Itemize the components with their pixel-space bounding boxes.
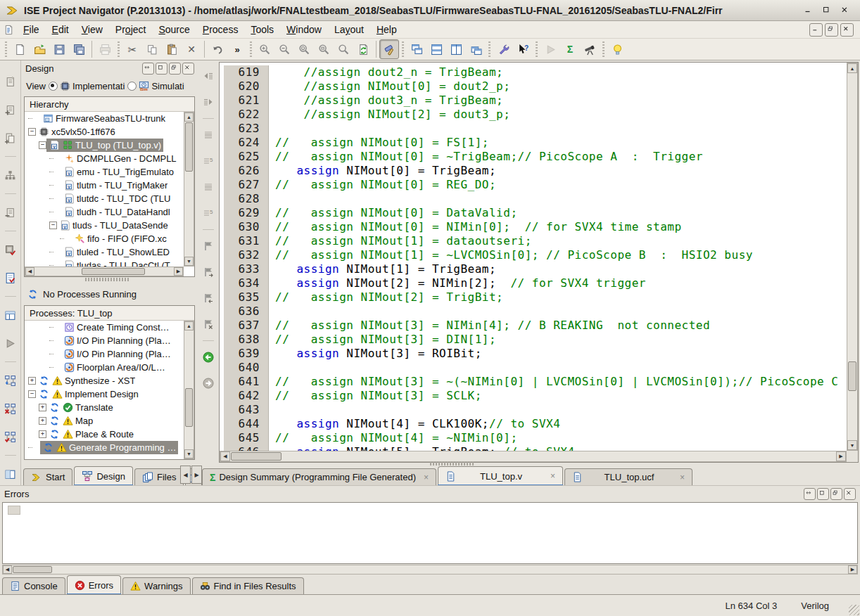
partition-button[interactable] <box>1 165 20 185</box>
tab-errors[interactable]: Errors <box>67 575 121 594</box>
resize-grip[interactable] <box>849 605 859 615</box>
expand-icon[interactable]: + <box>39 430 46 438</box>
scroll-down-icon[interactable]: ▼ <box>847 440 857 450</box>
menu-layout[interactable]: Layout <box>328 23 370 37</box>
menu-view[interactable]: View <box>75 23 109 37</box>
hierarchy-horizontal-scrollbar[interactable]: ◀ ▶ <box>25 267 184 276</box>
tab-start[interactable]: Start <box>23 468 72 485</box>
panel-maximize-button[interactable] <box>817 488 829 500</box>
scroll-down-icon[interactable]: ▼ <box>184 449 194 458</box>
tree-item-translate[interactable]: +Translate <box>25 401 184 414</box>
expand-icon[interactable]: + <box>39 417 46 425</box>
collapse-icon[interactable]: − <box>49 222 57 229</box>
code-view[interactable]: 619 //assign dout2_n = TrigBeam;620 //as… <box>224 63 847 451</box>
lines-button[interactable] <box>198 125 218 145</box>
code-editor[interactable]: 619 //assign dout2_n = TrigBeam;620 //as… <box>219 62 859 463</box>
errors-content[interactable] <box>2 502 858 564</box>
tree-item-tlutdc[interactable]: vtlutdc - TLU_TDC (TLU <box>25 192 184 205</box>
scrollbar-thumb[interactable] <box>185 122 193 172</box>
unindent-button[interactable] <box>198 66 218 86</box>
forward-button[interactable] <box>198 373 218 393</box>
code-line[interactable]: 636 <box>224 304 847 319</box>
telescope-button[interactable] <box>580 39 600 59</box>
code-line[interactable]: 627// assign NIMout[0] = REG_DO; <box>224 178 847 192</box>
processes-vertical-scrollbar[interactable]: ▲ ▼ <box>184 321 194 459</box>
undo-button[interactable] <box>208 39 227 59</box>
scroll-right-icon[interactable]: ▶ <box>836 451 846 461</box>
code-line[interactable]: 638// assign NIMout[3] = DIN[1]; <box>224 333 847 347</box>
menu-process[interactable]: Process <box>196 23 245 37</box>
play-button[interactable] <box>1 333 20 353</box>
zoom-in-button[interactable] <box>255 39 274 59</box>
panel-restore-button[interactable] <box>830 488 842 500</box>
expand-icon[interactable]: + <box>39 404 46 411</box>
view-option-implementati[interactable]: Implementati <box>49 81 125 91</box>
tree-item-create[interactable]: Create Timing Const… <box>25 321 184 334</box>
scrollbar-thumb[interactable] <box>231 452 282 461</box>
win-minimize-button[interactable] <box>799 3 818 18</box>
panel-float-button[interactable] <box>804 488 816 500</box>
print-button[interactable] <box>95 39 115 59</box>
tab-files[interactable]: Files <box>134 468 184 485</box>
zoom-box-button[interactable] <box>314 39 334 59</box>
delete-button[interactable]: ✕ <box>182 39 201 59</box>
lines-button[interactable] <box>198 177 218 197</box>
menu-help[interactable]: Help <box>370 23 403 37</box>
radio-on-icon[interactable] <box>49 82 58 91</box>
scroll-left-icon[interactable]: ◀ <box>25 267 34 276</box>
menu-file[interactable]: File <box>17 23 46 37</box>
code-line[interactable]: 620 //assign NIMout[0] = dout2_p; <box>224 79 847 94</box>
tab-warnings[interactable]: Warnings <box>122 577 190 594</box>
tree-item-floorplan[interactable]: Floorplan Area/IO/L… <box>25 361 184 374</box>
code-line[interactable]: 640 <box>224 361 847 375</box>
code-line[interactable]: 619 //assign dout2_n = TrigBeam; <box>224 65 847 79</box>
code-line[interactable]: 641// assign NIMout[3] = ~(~NIMin[0] | L… <box>224 375 847 389</box>
code-line[interactable]: 629// assign NIMout[0] = DataValid; <box>224 206 847 220</box>
scroll-left-icon[interactable]: ◀ <box>3 565 12 574</box>
code-line[interactable]: 631// assign NIMout[1] = dataoutseri; <box>224 234 847 248</box>
cut-button[interactable]: ✂ <box>122 39 142 59</box>
tree-item-generate[interactable]: Generate Programming … <box>25 441 184 454</box>
menu-window[interactable]: Window <box>280 23 328 37</box>
float-win-button[interactable] <box>466 39 486 59</box>
hier-run-button[interactable] <box>1 371 20 390</box>
code-line[interactable]: 623 <box>224 122 847 136</box>
zoom-full-button[interactable] <box>294 39 314 59</box>
code-line[interactable]: 621 //assign dout3_n = TrigBeam; <box>224 94 847 108</box>
back-button[interactable] <box>198 347 218 367</box>
tile-v-button[interactable] <box>446 39 466 59</box>
scroll-down-icon[interactable]: ▼ <box>184 257 194 266</box>
tree-item-firmwareseabastlu-trunk[interactable]: FirmwareSeabasTLU-trunk <box>25 112 184 125</box>
tab-tlu-top-ucf[interactable]: TLU_top.ucf× <box>564 468 693 485</box>
refresh-button[interactable] <box>353 39 373 59</box>
cascade-button[interactable] <box>407 39 426 59</box>
code-line[interactable]: 637// assign NIMout[3] = NIMin[4]; // B … <box>224 319 847 333</box>
tab-find-in-files-results[interactable]: Find in Files Results <box>192 577 304 594</box>
tree-item-tlutm[interactable]: vtlutm - TLU_TrigMaker <box>25 179 184 192</box>
goto-line-button[interactable]: 5 <box>198 203 218 223</box>
goto-line-button[interactable]: 5 <box>198 151 218 171</box>
tree-item-io[interactable]: I/O Pin Planning (Pla… <box>25 347 184 361</box>
code-line[interactable]: 626 assign NIMout[0] = TrigBeam; <box>224 164 847 178</box>
scrollbar-thumb[interactable] <box>82 268 145 275</box>
panel-close-button[interactable] <box>844 488 856 500</box>
indent-button[interactable] <box>198 92 218 112</box>
code-line[interactable]: 622 //assign NIMout[2] = dout3_p; <box>224 108 847 122</box>
collapse-icon[interactable]: − <box>39 141 46 149</box>
tab-design-summary-programming-file-generated[interactable]: ΣDesign Summary (Programming File Genera… <box>202 468 436 485</box>
code-line[interactable]: 625// assign NIMout[0] = ~TrigBeam;// Pi… <box>224 150 847 164</box>
sigma-button[interactable]: Σ <box>560 39 580 59</box>
collapse-icon[interactable]: − <box>28 128 36 136</box>
panel-restore-button[interactable] <box>169 63 181 75</box>
errors-horizontal-scrollbar[interactable]: ◀ ▶ <box>2 565 858 575</box>
tree-item-emu[interactable]: vemu - TLU_TrigEmulato <box>25 165 184 179</box>
mdi-close-button[interactable] <box>840 23 854 37</box>
add-source-button[interactable] <box>1 100 20 120</box>
menu-source[interactable]: Source <box>152 23 196 37</box>
scroll-up-icon[interactable]: ▲ <box>847 63 857 73</box>
code-line[interactable]: 646 assign NIMout[5] = TrigBeam; // to S… <box>224 445 847 451</box>
tab-design[interactable]: Design <box>74 466 132 485</box>
bulb-button[interactable] <box>607 39 627 59</box>
save-button[interactable] <box>49 39 69 59</box>
whats-this-button[interactable]: ? <box>513 39 533 59</box>
